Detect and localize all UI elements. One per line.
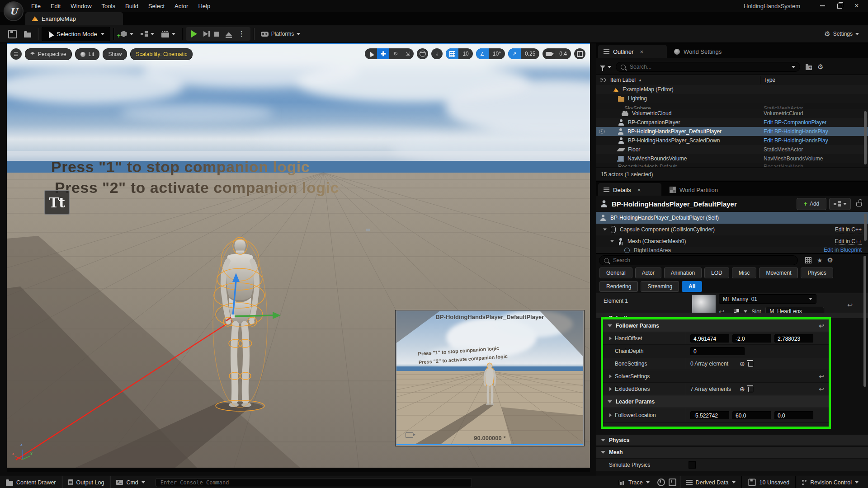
tab-outliner[interactable]: Outliner × bbox=[598, 45, 667, 58]
reset-property-icon[interactable]: ↩ bbox=[819, 374, 824, 379]
derived-data-button[interactable]: Derived Data bbox=[680, 476, 741, 488]
handoffset-x-field[interactable]: 4.961474 bbox=[690, 334, 729, 343]
category-general[interactable]: General bbox=[599, 267, 632, 278]
select-tool-button[interactable] bbox=[365, 48, 377, 59]
physics-section-header[interactable]: Physics bbox=[596, 435, 868, 446]
chevron-down-icon[interactable] bbox=[608, 66, 611, 68]
chevron-down-icon[interactable] bbox=[792, 66, 795, 68]
insights-icon[interactable] bbox=[657, 479, 665, 486]
platforms-button[interactable]: Platforms bbox=[257, 28, 304, 40]
add-array-element-icon[interactable]: ⊕ bbox=[740, 360, 745, 367]
outliner-search[interactable] bbox=[616, 62, 800, 72]
reset-property-icon[interactable]: ↩ bbox=[819, 323, 824, 328]
expand-arrow-icon[interactable] bbox=[603, 229, 607, 231]
blueprints-button[interactable] bbox=[137, 28, 158, 40]
profiler-icon[interactable] bbox=[669, 479, 676, 486]
trash-icon[interactable] bbox=[748, 387, 753, 392]
tab-details[interactable]: Details × bbox=[598, 183, 661, 197]
outliner-search-input[interactable] bbox=[629, 63, 788, 70]
component-row-selected[interactable]: BP-HoldingHandsPlayer_DefaultPlayer (Sel… bbox=[596, 212, 868, 224]
scalability-warning[interactable]: Scalability: Cinematic bbox=[130, 48, 193, 60]
edit-in-cpp-link[interactable]: Edit in C++ bbox=[835, 226, 862, 233]
play-button[interactable] bbox=[191, 30, 197, 38]
component-tree-scrollbar[interactable] bbox=[864, 214, 867, 241]
tab-examplemap[interactable]: ExampleMap bbox=[25, 12, 123, 25]
display-options-icon[interactable] bbox=[805, 257, 811, 263]
followerlocation-z-field[interactable]: 0.0 bbox=[774, 411, 813, 419]
outliner-scrollbar[interactable] bbox=[864, 111, 867, 164]
console-command-box[interactable] bbox=[156, 478, 472, 487]
stop-button[interactable] bbox=[214, 32, 219, 37]
outliner-row[interactable]: VolumetricCloud VolumetricCloud bbox=[596, 109, 868, 118]
category-all[interactable]: All bbox=[682, 281, 702, 292]
new-folder-icon[interactable]: + bbox=[806, 66, 812, 70]
add-array-element-icon[interactable]: ⊕ bbox=[740, 385, 745, 393]
outliner-row[interactable]: BP-CompanionPlayer Edit BP-CompanionPlay… bbox=[596, 118, 868, 127]
close-icon[interactable]: × bbox=[640, 48, 644, 55]
leader-params-header[interactable]: Leader Params bbox=[603, 395, 829, 408]
category-animation[interactable]: Animation bbox=[664, 267, 702, 278]
maximize-viewport-button[interactable] bbox=[574, 48, 585, 59]
scale-tool-button[interactable]: ⇲ bbox=[401, 48, 414, 59]
column-item-label[interactable]: Item Label bbox=[610, 77, 636, 83]
console-command-input[interactable] bbox=[160, 479, 468, 486]
edit-in-cpp-link[interactable]: Edit in C++ bbox=[835, 238, 862, 245]
minimize-button[interactable] bbox=[814, 0, 831, 12]
menu-edit[interactable]: Edit bbox=[46, 0, 66, 12]
category-movement[interactable]: Movement bbox=[759, 267, 798, 278]
frame-skip-button[interactable] bbox=[203, 31, 208, 37]
expand-arrow-icon[interactable] bbox=[609, 413, 612, 417]
menu-select[interactable]: Select bbox=[143, 0, 170, 12]
save-button[interactable] bbox=[5, 28, 20, 40]
column-type-label[interactable]: Type bbox=[764, 77, 775, 83]
component-row[interactable]: Mesh (CharacterMesh0) Edit in C++ bbox=[596, 235, 868, 247]
close-button[interactable]: × bbox=[848, 0, 865, 12]
category-lod[interactable]: LOD bbox=[704, 267, 729, 278]
material-dropdown[interactable]: MI_Manny_01 bbox=[719, 294, 816, 304]
grid-snap-control[interactable]: 10 bbox=[446, 48, 472, 59]
favorites-icon[interactable]: ★ bbox=[817, 257, 823, 264]
rotation-snap-control[interactable]: ∠ 10° bbox=[476, 48, 505, 59]
world-local-toggle[interactable] bbox=[417, 48, 428, 59]
blueprint-edit-button[interactable] bbox=[829, 198, 851, 210]
viewport-menu-button[interactable]: ☰ bbox=[10, 48, 22, 60]
trace-button[interactable]: Trace bbox=[613, 476, 656, 488]
visibility-column-icon[interactable] bbox=[600, 78, 606, 82]
expand-arrow-icon[interactable] bbox=[609, 337, 612, 340]
expand-arrow-icon[interactable] bbox=[609, 387, 612, 391]
component-row[interactable]: Capsule Component (CollisionCylinder) Ed… bbox=[596, 224, 868, 235]
tab-world-settings[interactable]: World Settings bbox=[669, 45, 736, 58]
cinematics-button[interactable] bbox=[158, 28, 179, 40]
handoffset-y-field[interactable]: -2.0 bbox=[732, 334, 771, 343]
follower-params-header[interactable]: Follower Params ↩ bbox=[603, 319, 829, 332]
outliner-row-selected[interactable]: BP-HoldingHandsPlayer_DefaultPlayer Edit… bbox=[596, 127, 868, 136]
unreal-logo-icon[interactable]: U bbox=[4, 1, 24, 21]
menu-actor[interactable]: Actor bbox=[170, 0, 193, 12]
outliner-row[interactable]: BP-HoldingHandsPlayer_ScaledDown Edit BP… bbox=[596, 136, 868, 145]
output-log-button[interactable]: Output Log bbox=[62, 476, 110, 488]
column-divider[interactable] bbox=[760, 76, 760, 84]
lock-icon[interactable] bbox=[856, 202, 862, 206]
category-physics[interactable]: Physics bbox=[801, 267, 833, 278]
expand-arrow-icon[interactable] bbox=[609, 375, 612, 378]
reset-property-icon[interactable]: ↩ bbox=[819, 386, 824, 392]
move-tool-button[interactable]: ✚ bbox=[377, 48, 389, 59]
cmd-selector[interactable]: Cmd bbox=[110, 476, 151, 488]
eject-button[interactable] bbox=[226, 32, 232, 36]
menu-file[interactable]: File bbox=[26, 0, 46, 12]
camera-speed-control[interactable]: 0.4 bbox=[542, 48, 571, 59]
menu-build[interactable]: Build bbox=[120, 0, 143, 12]
play-options-button[interactable]: ⋮ bbox=[238, 30, 245, 38]
trash-icon[interactable] bbox=[748, 362, 753, 367]
surface-snap-button[interactable]: ⤓ bbox=[431, 48, 443, 59]
outliner-row[interactable]: NavMeshBoundsVolume NavMeshBoundsVolume bbox=[596, 154, 868, 163]
category-rendering[interactable]: Rendering bbox=[599, 281, 638, 292]
edit-blueprint-link[interactable]: Edit BP-CompanionPlayer bbox=[764, 119, 826, 126]
edit-blueprint-link[interactable]: Edit BP-HoldingHandsPlay bbox=[764, 128, 828, 135]
details-search[interactable] bbox=[599, 255, 798, 265]
category-streaming[interactable]: Streaming bbox=[641, 281, 679, 292]
camera-preview-window[interactable]: BP-HoldingHandsPlayer_DefaultPlayer Pres… bbox=[396, 310, 584, 446]
followerlocation-y-field[interactable]: 60.0 bbox=[732, 411, 771, 419]
outliner-settings-icon[interactable]: ⚙ bbox=[817, 63, 823, 71]
scale-snap-control[interactable]: ↗ 0.25 bbox=[508, 48, 539, 59]
